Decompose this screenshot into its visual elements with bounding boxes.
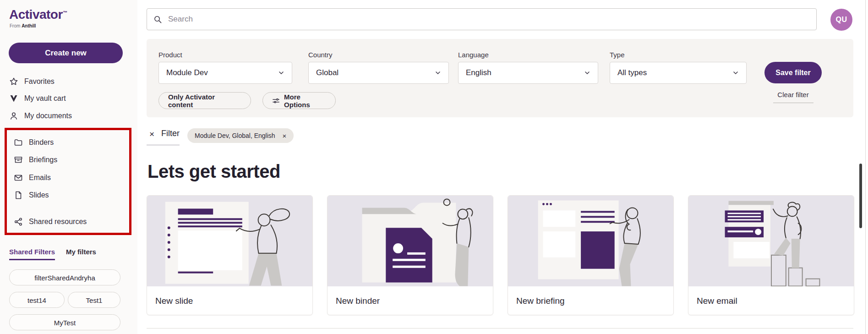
chevron-down-icon <box>435 70 441 76</box>
clear-filter-underline <box>773 103 813 103</box>
new-email-card[interactable]: New email <box>688 195 854 315</box>
product-value: Module Dev <box>166 68 208 77</box>
new-binder-illustration <box>328 196 493 286</box>
quick-create-cards: New slide <box>147 195 854 315</box>
card-label: New binder <box>328 286 493 306</box>
activator-app: Activator™ From Anthill Create new Favor… <box>0 0 868 334</box>
tab-shared-filters[interactable]: Shared Filters <box>9 248 55 260</box>
type-label: Type <box>610 51 625 59</box>
country-label: Country <box>308 51 333 59</box>
logo-tagline: From Anthill <box>10 23 36 28</box>
new-slide-illustration <box>147 196 312 286</box>
tagline-from: From <box>10 23 20 28</box>
sidebar-item-emails[interactable]: Emails <box>14 171 51 185</box>
chevron-down-icon <box>732 70 739 76</box>
sidebar: Activator™ From Anthill Create new Favor… <box>0 0 137 334</box>
folder-icon <box>14 138 23 147</box>
red-annotation-box: Binders Briefings Emails Slides Shared r… <box>5 128 131 235</box>
logo-text: Activator <box>9 7 63 22</box>
archive-icon <box>14 155 23 164</box>
search-input[interactable] <box>167 14 816 24</box>
person-icon <box>9 111 18 120</box>
sidebar-item-label: Slides <box>29 191 49 199</box>
sidebar-item-label: Binders <box>29 138 54 147</box>
scrollbar-track <box>865 0 866 334</box>
filter-panel: Product Country Language Type Module Dev… <box>147 39 853 117</box>
sidebar-item-favorites[interactable]: Favorites <box>9 75 55 88</box>
chevron-down-icon <box>584 70 590 76</box>
country-select[interactable]: Global <box>308 62 449 84</box>
sidebar-item-label: Emails <box>29 174 51 182</box>
page-title: Lets get started <box>147 161 280 182</box>
create-new-button[interactable]: Create new <box>9 43 123 63</box>
remove-filter-icon[interactable]: × <box>283 132 287 140</box>
language-select[interactable]: English <box>458 62 598 84</box>
sidebar-item-briefings[interactable]: Briefings <box>14 153 57 167</box>
card-label: New slide <box>147 286 312 306</box>
chevron-down-icon <box>278 70 284 76</box>
avatar[interactable]: QU <box>830 9 852 31</box>
scrollbar-thumb[interactable] <box>859 164 862 228</box>
sidebar-item-label: My documents <box>24 112 72 120</box>
tagline-company: Anthill <box>22 23 36 28</box>
saved-filter-pill[interactable]: test14 <box>9 292 65 308</box>
new-slide-card[interactable]: New slide <box>147 195 313 315</box>
saved-filter-pill[interactable]: Test1 <box>68 292 120 308</box>
trademark: ™ <box>63 10 67 15</box>
save-filter-button[interactable]: Save filter <box>764 62 822 83</box>
sidebar-item-label: My vault cart <box>24 94 66 103</box>
active-filter-chip-label: Module Dev, Global, English <box>195 132 275 139</box>
new-briefing-illustration <box>508 196 673 286</box>
new-briefing-card[interactable]: New briefing <box>508 195 674 315</box>
more-options-chip[interactable]: More Options <box>262 92 336 109</box>
only-activator-content-chip[interactable]: Only Activator content <box>158 92 251 109</box>
sidebar-item-shared-resources[interactable]: Shared resources <box>14 215 87 229</box>
chip-label: More Options <box>284 93 326 109</box>
star-icon <box>9 77 18 86</box>
saved-filter-pill[interactable]: MyTest <box>9 314 120 330</box>
filter-bar-label: Filter <box>161 129 180 138</box>
sidebar-item-my-vault-cart[interactable]: My vault cart <box>9 92 66 105</box>
app-logo: Activator™ <box>9 7 67 22</box>
file-icon <box>14 191 23 200</box>
saved-filter-pill[interactable]: filterSharedAndryha <box>9 269 120 285</box>
clear-all-filters-icon[interactable]: × <box>149 130 154 138</box>
sidebar-item-label: Shared resources <box>29 218 87 226</box>
sidebar-item-label: Briefings <box>29 156 57 164</box>
clear-filter-button[interactable]: Clear filter <box>764 91 822 99</box>
sidebar-item-slides[interactable]: Slides <box>14 188 49 202</box>
new-binder-card[interactable]: New binder <box>327 195 493 315</box>
vault-icon <box>9 94 18 103</box>
search-bar <box>147 8 817 30</box>
chip-label: Only Activator content <box>168 93 241 109</box>
sidebar-item-binders[interactable]: Binders <box>14 136 54 149</box>
filter-bar-underline <box>147 145 180 145</box>
card-label: New briefing <box>508 286 673 306</box>
type-select[interactable]: All types <box>610 62 747 84</box>
search-icon <box>153 15 162 24</box>
filter-tabs: Shared Filters My filters <box>9 248 96 260</box>
sidebar-item-label: Favorites <box>24 77 55 86</box>
country-value: Global <box>316 68 338 77</box>
type-value: All types <box>617 68 647 77</box>
language-value: English <box>466 68 491 77</box>
product-label: Product <box>158 51 182 59</box>
tune-icon <box>272 97 280 105</box>
share-icon <box>14 217 23 226</box>
language-label: Language <box>458 51 489 59</box>
card-label: New email <box>688 286 854 306</box>
new-email-illustration <box>688 196 854 286</box>
sidebar-item-my-documents[interactable]: My documents <box>9 109 72 123</box>
tab-my-filters[interactable]: My filters <box>66 248 96 260</box>
envelope-icon <box>14 173 23 182</box>
product-select[interactable]: Module Dev <box>158 62 292 84</box>
section-divider <box>147 328 853 329</box>
active-filter-chip[interactable]: Module Dev, Global, English × <box>187 128 294 143</box>
